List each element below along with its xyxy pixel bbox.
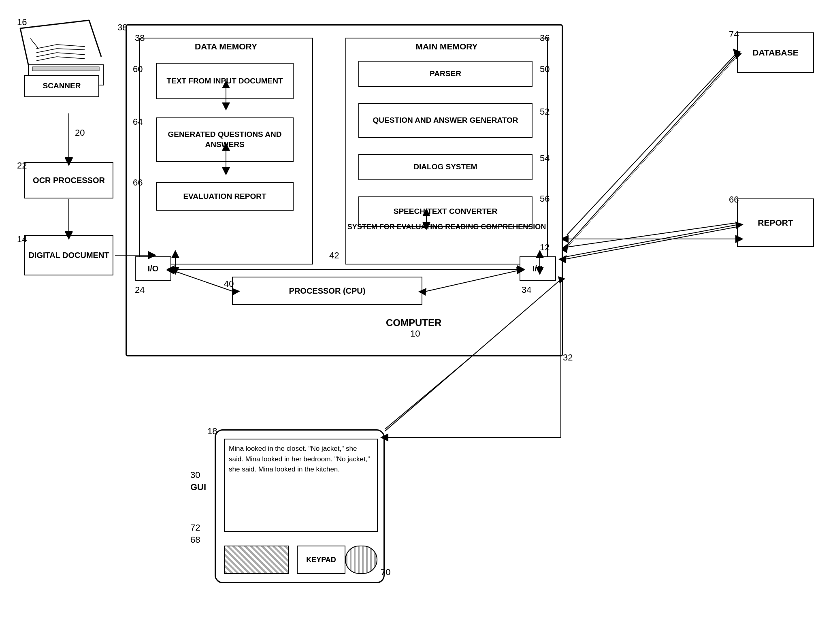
keypad-area (224, 546, 289, 574)
ref-50: 50 (540, 64, 550, 75)
generated-qa-box: GENERATED QUESTIONS AND ANSWERS (156, 117, 294, 162)
ref-38: 38 (135, 33, 145, 43)
processor-box: PROCESSOR (CPU) (232, 277, 422, 305)
database-box: DATABASE (737, 32, 814, 73)
ocr-label: OCR PROCESSOR (33, 176, 105, 185)
io-left: I/O (135, 256, 171, 281)
io-right-label: I/O (533, 264, 543, 273)
svg-line-45 (36, 57, 57, 61)
keypad-label: KEYPAD (306, 556, 336, 564)
svg-line-84 (565, 227, 737, 259)
diagram: SCANNER 16 OCR PROCESSOR 22 DIGITAL DOCU… (0, 0, 835, 644)
scanner-area: SCANNER (16, 16, 113, 109)
svg-line-18 (567, 53, 737, 235)
processor-label: PROCESSOR (CPU) (289, 286, 366, 296)
text-input-box: TEXT FROM INPUT DOCUMENT (156, 63, 294, 99)
svg-marker-52 (171, 267, 179, 275)
data-memory-label: DATA MEMORY (140, 42, 312, 51)
ref-18: 18 (207, 426, 217, 437)
data-memory-box: DATA MEMORY TEXT FROM INPUT DOCUMENT GEN… (139, 38, 313, 264)
svg-line-23 (567, 223, 737, 247)
svg-rect-41 (32, 67, 99, 71)
ref-56: 56 (540, 194, 550, 204)
parser-label: PARSER (430, 69, 461, 79)
ref-40: 40 (224, 279, 234, 289)
report-box: REPORT (737, 198, 814, 247)
svg-line-42 (36, 45, 57, 49)
ref-60: 60 (133, 64, 143, 75)
svg-line-80 (564, 55, 737, 249)
ref-42: 42 (329, 250, 339, 261)
ref-32: 32 (563, 352, 573, 363)
scanner-box: SCANNER (24, 75, 99, 97)
svg-line-47 (57, 49, 85, 50)
digital-doc-box: DIGITAL DOCUMENT (24, 235, 113, 275)
svg-line-82 (564, 225, 737, 257)
svg-line-39 (89, 20, 101, 57)
svg-line-86 (564, 57, 737, 251)
ref-22: 22 (17, 160, 27, 171)
computer-outer: DATA MEMORY TEXT FROM INPUT DOCUMENT GEN… (126, 24, 563, 356)
ref-16: 16 (17, 17, 27, 28)
eval-report-box: EVALUATION REPORT (156, 182, 294, 211)
parser-box: PARSER (358, 61, 533, 87)
ref-30: 30 (190, 470, 200, 480)
ref-38-outer: 38 (117, 22, 127, 33)
gui-screen: Mina looked in the closet. "No jacket," … (224, 439, 378, 532)
ref-34: 34 (522, 285, 531, 295)
ref-52: 52 (540, 107, 550, 117)
main-memory-label: MAIN MEMORY (346, 42, 547, 51)
gui-text: Mina looked in the closet. "No jacket," … (229, 445, 370, 473)
svg-line-44 (36, 53, 57, 57)
text-input-label: TEXT FROM INPUT DOCUMENT (166, 76, 283, 86)
ref-66-report: 66 (729, 194, 739, 205)
ref-72: 72 (190, 522, 200, 533)
system-label: SYSTEM FOR EVALUATING READING COMPREHENS… (345, 222, 548, 232)
svg-line-43 (36, 49, 57, 53)
ref-68: 68 (190, 535, 200, 545)
svg-line-49 (57, 57, 85, 59)
keypad-label-box: KEYPAD (297, 546, 345, 574)
oval-button (345, 546, 377, 574)
ref-12: 12 (540, 242, 550, 253)
generated-qa-label: GENERATED QUESTIONS AND ANSWERS (157, 130, 293, 149)
gui-device: Mina looked in the closet. "No jacket," … (215, 429, 385, 583)
io-left-label: I/O (148, 264, 159, 273)
ref-10: 10 (410, 328, 420, 339)
svg-line-56 (425, 271, 518, 292)
svg-line-38 (20, 20, 89, 28)
speech-text-label: SPEECH/TEXT CONVERTER (394, 207, 498, 217)
system-label-text: SYSTEM FOR EVALUATING READING COMPREHENS… (347, 223, 546, 231)
database-label: DATABASE (752, 48, 799, 58)
computer-text: COMPUTER (386, 317, 441, 328)
digital-doc-label: DIGITAL DOCUMENT (28, 249, 109, 261)
svg-line-46 (57, 45, 85, 47)
ocr-box: OCR PROCESSOR (24, 162, 113, 198)
ref-14: 14 (17, 234, 27, 245)
computer-label: COMPUTER (386, 317, 441, 328)
ref-70: 70 (381, 567, 390, 578)
gui-label: GUI (190, 482, 206, 493)
ref-54: 54 (540, 153, 550, 164)
ref-64: 64 (133, 117, 143, 127)
io-right: I/O (520, 256, 556, 281)
ref-24: 24 (135, 285, 145, 295)
ref-20: 20 (75, 128, 85, 138)
ref-66-eval: 66 (133, 177, 143, 188)
ref-74: 74 (729, 29, 739, 40)
ref-36: 36 (540, 33, 550, 43)
scanner-label: SCANNER (43, 81, 81, 91)
dialog-system-label: DIALOG SYSTEM (413, 162, 477, 172)
qa-generator-box: QUESTION AND ANSWER GENERATOR (358, 103, 533, 138)
dialog-system-box: DIALOG SYSTEM (358, 154, 533, 180)
gui-label-text: GUI (190, 482, 206, 492)
svg-line-48 (57, 53, 85, 55)
qa-generator-label: QUESTION AND ANSWER GENERATOR (373, 115, 518, 126)
eval-report-label: EVALUATION REPORT (183, 192, 266, 202)
svg-line-37 (20, 28, 28, 65)
report-label: REPORT (758, 218, 793, 228)
